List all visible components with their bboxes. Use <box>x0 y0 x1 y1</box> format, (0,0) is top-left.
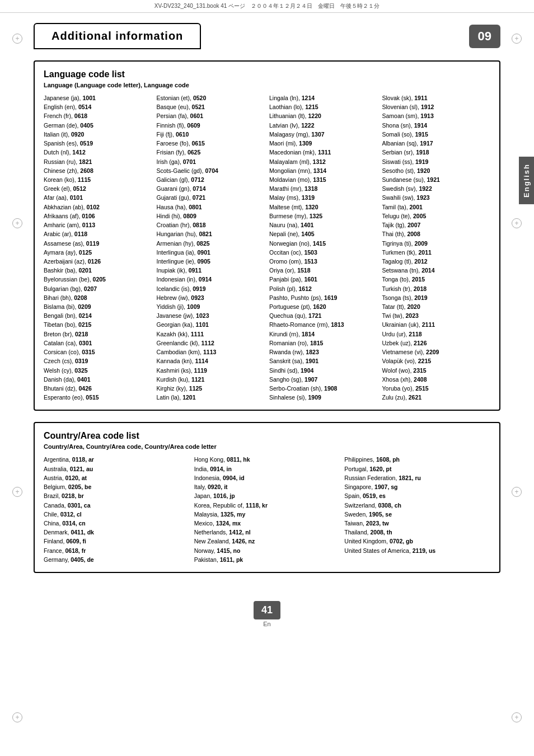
list-item: Estonian (et), 0520 <box>157 94 265 102</box>
country-col-2: Philippines, 1608, phPortugal, 1620, ptR… <box>344 456 490 564</box>
list-item: Norwegian (no), 1415 <box>269 240 378 248</box>
list-item: Aymara (ay), 0125 <box>44 248 152 257</box>
list-item: Shona (sn), 1914 <box>382 121 491 130</box>
list-item: Portuguese (pt), 1620 <box>269 303 378 311</box>
list-item: Moldavian (mo), 1315 <box>269 176 378 184</box>
list-item: Azerbaijani (az), 0126 <box>44 257 152 266</box>
list-item: Germany, 0405, de <box>44 556 190 564</box>
list-item: Albanian (sq), 1917 <box>382 139 491 148</box>
country-section-title: Country/Area code list <box>44 431 490 441</box>
list-item: Bashkir (ba), 0201 <box>44 266 152 275</box>
list-item: Nepali (ne), 1405 <box>269 230 378 238</box>
list-item: Hungarian (hu), 0821 <box>157 230 265 238</box>
list-item: Kashmiri (ks), 1119 <box>157 367 265 375</box>
list-item: Singapore, 1907, sg <box>344 483 490 491</box>
list-item: India, 0914, in <box>194 465 340 473</box>
country-section-subtitle: Country/Area, Country/Area code, Country… <box>44 443 490 450</box>
english-tab: English <box>519 157 534 204</box>
list-item: Icelandic (is), 0919 <box>157 285 265 293</box>
list-item: Kannada (kn), 1114 <box>157 357 265 365</box>
list-item: Scots-Gaelic (gd), 0704 <box>157 167 265 175</box>
list-item: Urdu (ur), 2118 <box>382 330 491 339</box>
list-item: Kazakh (kk), 1111 <box>157 330 265 339</box>
list-item: Basque (eu), 0521 <box>157 103 265 111</box>
list-item: Afar (aa), 0101 <box>44 194 152 202</box>
top-bar-text: XV-DV232_240_131.book 41 ページ ２００４年１２月２４日… <box>154 2 380 10</box>
language-col-2: Lingala (ln), 1214Laothian (lo), 1215Lit… <box>269 94 378 402</box>
list-item: Afrikaans (af), 0106 <box>44 212 152 220</box>
list-item: Tigrinya (ti), 2009 <box>382 240 491 248</box>
list-item: Bhutani (dz), 0426 <box>44 384 152 393</box>
list-item: Brazil, 0218, br <box>44 492 190 500</box>
list-item: Lingala (ln), 1214 <box>269 94 378 102</box>
list-item: Hindi (hi), 0809 <box>157 212 265 220</box>
list-item: Chinese (zh), 2608 <box>44 167 152 175</box>
list-item: Interlingue (ie), 0905 <box>157 257 265 266</box>
list-item: Corsican (co), 0315 <box>44 348 152 356</box>
list-item: Javanese (jw), 1023 <box>157 312 265 320</box>
list-item: France, 0618, fr <box>44 547 190 555</box>
list-item: Sanskrit (sa), 1901 <box>269 357 378 365</box>
country-grid: Argentina, 0118, arAustralia, 0121, auAu… <box>44 456 490 564</box>
list-item: Armenian (hy), 0825 <box>157 240 265 248</box>
list-item: Belgium, 0205, be <box>44 483 190 491</box>
list-item: Twi (tw), 2023 <box>382 312 491 320</box>
list-item: Japan, 1016, jp <box>194 492 340 500</box>
chapter-title: Additional information <box>34 23 201 49</box>
list-item: Croatian (hr), 0818 <box>157 221 265 229</box>
list-item: Welsh (cy), 0325 <box>44 367 152 375</box>
list-item: Sinhalese (si), 1909 <box>269 393 378 402</box>
list-item: Denmark, 0411, dk <box>44 528 190 537</box>
list-item: Oromo (om), 1513 <box>269 257 378 266</box>
list-item: Malayalam (ml), 1312 <box>269 158 378 166</box>
list-item: Xhosa (xh), 2408 <box>382 375 491 384</box>
list-item: Tsonga (ts), 2019 <box>382 294 491 302</box>
list-item: Persian (fa), 0601 <box>157 112 265 120</box>
list-item: Danish (da), 0401 <box>44 375 152 384</box>
list-item: Swahili (sw), 1923 <box>382 194 491 202</box>
list-item: Mexico, 1324, mx <box>194 519 340 528</box>
list-item: Tamil (ta), 2001 <box>382 203 491 212</box>
list-item: Sangho (sg), 1907 <box>269 375 378 384</box>
list-item: Lithuanian (lt), 1220 <box>269 112 378 120</box>
list-item: Burmese (my), 1325 <box>269 212 378 220</box>
list-item: Oriya (or), 1518 <box>269 266 378 275</box>
list-item: Pakistan, 1611, pk <box>194 556 340 564</box>
list-item: Catalan (ca), 0301 <box>44 339 152 348</box>
list-item: Swedish (sv), 1922 <box>382 185 491 193</box>
list-item: German (de), 0405 <box>44 121 152 130</box>
list-item: Kurdish (ku), 1121 <box>157 375 265 384</box>
list-item: Maltese (mt), 1320 <box>269 203 378 212</box>
chapter-number: 09 <box>469 25 500 48</box>
list-item: Dutch (nl), 1412 <box>44 148 152 157</box>
list-item: Latin (la), 1201 <box>157 393 265 402</box>
list-item: Uzbek (uz), 2126 <box>382 339 491 348</box>
list-item: Greek (el), 0512 <box>44 185 152 193</box>
list-item: Macedonian (mk), 1311 <box>269 148 378 157</box>
language-col-3: Slovak (sk), 1911Slovenian (sl), 1912Sam… <box>382 94 491 402</box>
list-item: Cambodian (km), 1113 <box>157 348 265 356</box>
list-item: Argentina, 0118, ar <box>44 456 190 464</box>
top-bar: XV-DV232_240_131.book 41 ページ ２００４年１２月２４日… <box>0 0 534 13</box>
list-item: Inupiak (ik), 0911 <box>157 266 265 275</box>
list-item: Bulgarian (bg), 0207 <box>44 285 152 293</box>
list-item: Portugal, 1620, pt <box>344 465 490 473</box>
list-item: Esperanto (eo), 0515 <box>44 393 152 402</box>
list-item: Tagalog (tl), 2012 <box>382 257 491 266</box>
list-item: Breton (br), 0218 <box>44 330 152 339</box>
list-item: Indonesian (in), 0914 <box>157 275 265 284</box>
list-item: Turkmen (tk), 2011 <box>382 248 491 257</box>
country-subtitle-bold: Country/Area code letter <box>144 443 216 450</box>
list-item: Rhaeto-Romance (rm), 1813 <box>269 321 378 329</box>
list-item: Georgian (ka), 1101 <box>157 321 265 329</box>
list-item: Czech (cs), 0319 <box>44 357 152 365</box>
list-item: Wolof (wo), 2315 <box>382 367 491 375</box>
list-item: Marathi (mr), 1318 <box>269 185 378 193</box>
list-item: United Kingdom, 0702, gb <box>344 537 490 546</box>
list-item: Serbian (sr), 1918 <box>382 148 491 157</box>
list-item: Netherlands, 1412, nl <box>194 528 340 537</box>
list-item: Polish (pl), 1612 <box>269 285 378 293</box>
list-item: Russian (ru), 1821 <box>44 158 152 166</box>
list-item: Somali (so), 1915 <box>382 130 491 139</box>
list-item: Pashto, Pushto (ps), 1619 <box>269 294 378 302</box>
